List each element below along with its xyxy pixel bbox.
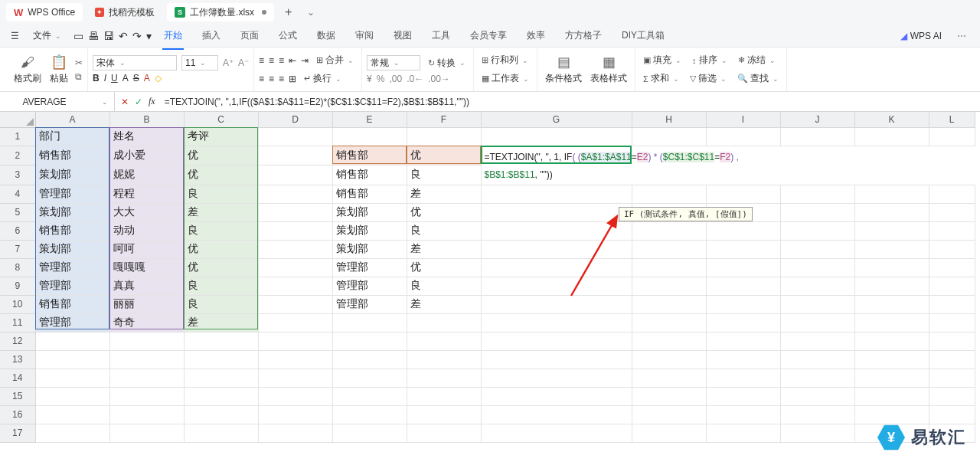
- cell[interactable]: [332, 405, 407, 424]
- filter-button[interactable]: ▽筛选⌄: [687, 70, 730, 87]
- cell[interactable]: [780, 387, 854, 405]
- cell[interactable]: [258, 258, 332, 277]
- wps-ai-button[interactable]: WPS AI: [900, 31, 942, 41]
- qat-redo-icon[interactable]: ↷: [132, 30, 142, 42]
- cell[interactable]: 奇奇: [109, 313, 184, 332]
- tab-data[interactable]: 数据: [315, 26, 337, 45]
- cell[interactable]: [258, 350, 332, 369]
- cell[interactable]: 成小爱: [109, 146, 184, 165]
- cell[interactable]: 丽丽: [109, 295, 184, 313]
- cell[interactable]: [780, 424, 854, 442]
- cell[interactable]: [407, 424, 481, 442]
- cell[interactable]: 管理部: [35, 277, 109, 295]
- select-all-corner[interactable]: [0, 112, 35, 127]
- cell[interactable]: [854, 221, 929, 240]
- cell[interactable]: [332, 332, 407, 350]
- cell[interactable]: [632, 277, 706, 295]
- rowh-12[interactable]: 12: [0, 332, 35, 350]
- cell[interactable]: [35, 369, 109, 387]
- cell[interactable]: [780, 277, 854, 295]
- cell[interactable]: [258, 146, 332, 165]
- colh-L[interactable]: L: [929, 112, 975, 127]
- cell[interactable]: 差: [184, 203, 258, 221]
- cell[interactable]: [258, 221, 332, 240]
- cell[interactable]: [854, 127, 929, 146]
- cell[interactable]: [332, 313, 407, 332]
- cell[interactable]: [632, 295, 706, 313]
- cell[interactable]: 管理部: [332, 295, 407, 313]
- rowh-17[interactable]: 17: [0, 424, 35, 442]
- cell[interactable]: [35, 332, 109, 350]
- cell[interactable]: [109, 369, 184, 387]
- colh-E[interactable]: E: [332, 112, 407, 127]
- cell[interactable]: 良: [184, 277, 258, 295]
- cell[interactable]: [854, 258, 929, 277]
- tab-menu-button[interactable]: ⌄: [302, 7, 319, 18]
- cell[interactable]: [481, 203, 632, 221]
- cell[interactable]: [854, 405, 929, 424]
- tab-view[interactable]: 视图: [392, 26, 413, 45]
- cell[interactable]: [407, 332, 481, 350]
- fx-icon[interactable]: fx: [149, 96, 155, 107]
- cell[interactable]: [481, 221, 632, 240]
- align-bot-icon[interactable]: ≡: [279, 55, 284, 66]
- shrink-font-icon[interactable]: A⁻: [238, 57, 249, 68]
- cell[interactable]: 优: [407, 258, 481, 277]
- cell[interactable]: [258, 313, 332, 332]
- colh-A[interactable]: A: [35, 112, 109, 127]
- cell[interactable]: [481, 277, 632, 295]
- tab-page[interactable]: 页面: [239, 26, 260, 45]
- cell[interactable]: [258, 424, 332, 442]
- align-left-icon[interactable]: ≡: [259, 74, 264, 84]
- underline-button[interactable]: U: [111, 73, 118, 84]
- cell[interactable]: 程程: [109, 185, 184, 203]
- formula-input[interactable]: [162, 97, 980, 107]
- cell[interactable]: 优: [407, 146, 481, 165]
- cell[interactable]: 优: [407, 203, 481, 221]
- colh-K[interactable]: K: [854, 112, 929, 127]
- cell[interactable]: [854, 313, 929, 332]
- name-box-input[interactable]: [6, 97, 83, 107]
- cell[interactable]: 良: [407, 277, 481, 295]
- cell[interactable]: 销售部: [35, 146, 109, 165]
- find-button[interactable]: 🔍查找⌄: [734, 70, 782, 87]
- copy-icon[interactable]: ⧉: [75, 71, 83, 82]
- cell[interactable]: 管理部: [332, 258, 407, 277]
- cell[interactable]: [258, 295, 332, 313]
- cell[interactable]: 策划部: [35, 240, 109, 258]
- cell[interactable]: 良: [184, 295, 258, 313]
- freeze-button[interactable]: ❄冻结⌄: [735, 52, 779, 68]
- cell[interactable]: 考评: [184, 127, 258, 146]
- cell[interactable]: [35, 424, 109, 442]
- cell[interactable]: [929, 277, 975, 295]
- cell[interactable]: [258, 240, 332, 258]
- cell[interactable]: [780, 258, 854, 277]
- chevron-down-icon[interactable]: ⌄: [102, 98, 108, 106]
- cell[interactable]: [929, 221, 975, 240]
- cell[interactable]: 真真: [109, 277, 184, 295]
- cell[interactable]: [481, 185, 632, 203]
- indent-inc-icon[interactable]: ⇥: [301, 55, 309, 66]
- qat-undo-icon[interactable]: ↶: [119, 30, 128, 42]
- cell[interactable]: 大大: [109, 203, 184, 221]
- cell[interactable]: [706, 240, 780, 258]
- cell[interactable]: 良: [407, 165, 481, 185]
- font-name-combo[interactable]: 宋体⌄: [93, 55, 177, 70]
- cell[interactable]: [632, 332, 706, 350]
- cell[interactable]: 管理部: [35, 258, 109, 277]
- app-tab[interactable]: W WPS Office: [6, 3, 83, 21]
- cell[interactable]: 差: [407, 185, 481, 203]
- cell[interactable]: [780, 185, 854, 203]
- cell[interactable]: 差: [407, 295, 481, 313]
- colh-H[interactable]: H: [632, 112, 706, 127]
- tab-formula[interactable]: 公式: [277, 26, 299, 45]
- cell[interactable]: [706, 369, 780, 387]
- italic-button[interactable]: I: [104, 73, 106, 84]
- align-right-icon[interactable]: ≡: [279, 74, 284, 84]
- cell[interactable]: 策划部: [35, 165, 109, 185]
- align-top-icon[interactable]: ≡: [259, 55, 264, 66]
- cell[interactable]: 妮妮: [109, 165, 184, 185]
- cell[interactable]: 差: [407, 240, 481, 258]
- cell[interactable]: [184, 332, 258, 350]
- rowh-5[interactable]: 5: [0, 203, 35, 221]
